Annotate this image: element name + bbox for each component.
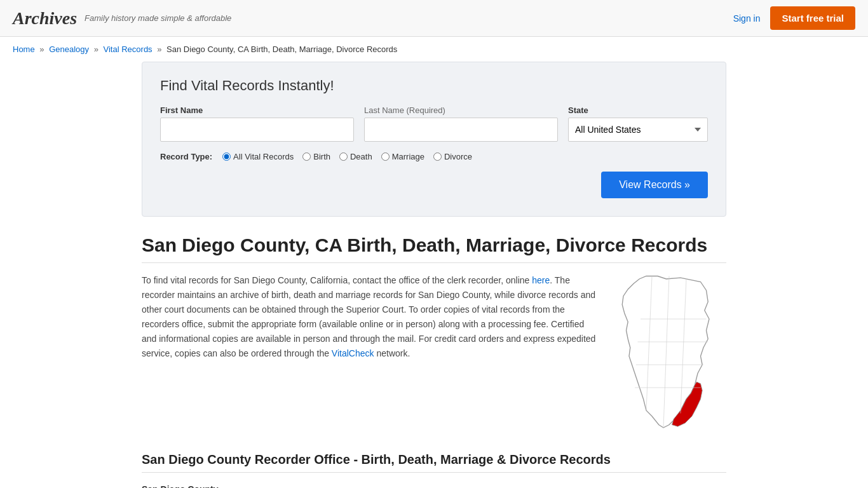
- breadcrumb-vital-records[interactable]: Vital Records: [104, 44, 153, 54]
- description-paragraph: To find vital records for San Diego Coun…: [142, 273, 597, 362]
- page-title: San Diego County, CA Birth, Death, Marri…: [142, 234, 726, 263]
- radio-divorce-input[interactable]: [433, 152, 442, 161]
- breadcrumb-separator-3: »: [157, 44, 161, 54]
- state-label: State: [568, 105, 708, 115]
- search-fields: First Name Last Name (Required) State Al…: [160, 105, 708, 142]
- state-group: State All United States: [568, 105, 708, 142]
- main-content: Find Vital Records Instantly! First Name…: [129, 62, 739, 488]
- map-container: [612, 273, 726, 433]
- radio-group: All Vital Records Birth Death Marriage D…: [222, 152, 472, 161]
- desc-1: To find vital records for San Diego Coun…: [142, 275, 532, 285]
- radio-all-vital-label: All Vital Records: [233, 152, 294, 161]
- state-select[interactable]: All United States: [568, 118, 708, 142]
- radio-birth-label: Birth: [313, 152, 330, 161]
- first-name-input[interactable]: [160, 118, 354, 142]
- first-name-group: First Name: [160, 105, 354, 142]
- here-link[interactable]: here: [532, 275, 550, 285]
- breadcrumb-separator-2: »: [94, 44, 98, 54]
- breadcrumb-current: San Diego County, CA Birth, Death, Marri…: [166, 44, 397, 54]
- radio-divorce[interactable]: Divorce: [433, 152, 472, 161]
- radio-marriage-label: Marriage: [392, 152, 424, 161]
- breadcrumb-genealogy[interactable]: Genealogy: [49, 44, 89, 54]
- recorder-title: San Diego County Recorder Office - Birth…: [142, 452, 726, 473]
- last-name-input[interactable]: [364, 118, 558, 142]
- content-text: To find vital records for San Diego Coun…: [142, 273, 597, 433]
- last-name-group: Last Name (Required): [364, 105, 558, 142]
- search-title: Find Vital Records Instantly!: [160, 78, 708, 94]
- breadcrumb-home[interactable]: Home: [13, 44, 35, 54]
- logo-tagline: Family history made simple & affordable: [85, 13, 231, 23]
- radio-marriage[interactable]: Marriage: [381, 152, 424, 161]
- county-name: San Diego County: [142, 482, 726, 488]
- radio-birth[interactable]: Birth: [302, 152, 330, 161]
- first-name-label: First Name: [160, 105, 354, 115]
- radio-death[interactable]: Death: [339, 152, 372, 161]
- radio-death-input[interactable]: [339, 152, 348, 161]
- california-map: [612, 273, 726, 433]
- breadcrumb: Home » Genealogy » Vital Records » San D…: [0, 37, 868, 62]
- record-type-label: Record Type:: [160, 152, 212, 161]
- logo: Archives: [13, 8, 77, 29]
- vitalcheck-link[interactable]: VitalCheck: [332, 348, 374, 358]
- radio-death-label: Death: [350, 152, 372, 161]
- radio-all-vital-input[interactable]: [222, 152, 231, 161]
- breadcrumb-separator-1: »: [39, 44, 44, 54]
- view-records-button[interactable]: View Records »: [601, 172, 708, 198]
- header-left: Archives Family history made simple & af…: [13, 8, 231, 29]
- radio-all-vital[interactable]: All Vital Records: [222, 152, 294, 161]
- start-trial-button[interactable]: Start free trial: [770, 6, 855, 30]
- sign-in-link[interactable]: Sign in: [733, 13, 761, 24]
- recorder-section: San Diego County Recorder Office - Birth…: [142, 452, 726, 488]
- content-section: To find vital records for San Diego Coun…: [142, 273, 726, 433]
- header-right: Sign in Start free trial: [733, 6, 855, 30]
- desc-3: network.: [374, 348, 410, 358]
- last-name-label: Last Name (Required): [364, 105, 558, 115]
- radio-divorce-label: Divorce: [444, 152, 472, 161]
- radio-marriage-input[interactable]: [381, 152, 390, 161]
- view-records-row: View Records »: [160, 172, 708, 198]
- radio-birth-input[interactable]: [302, 152, 311, 161]
- header: Archives Family history made simple & af…: [0, 0, 868, 37]
- record-type-row: Record Type: All Vital Records Birth Dea…: [160, 152, 708, 161]
- desc-2: . The recorder maintains an archive of b…: [142, 275, 595, 358]
- search-box: Find Vital Records Instantly! First Name…: [142, 62, 726, 217]
- address-block: San Diego County PO Box 121750 San Diego…: [142, 482, 726, 488]
